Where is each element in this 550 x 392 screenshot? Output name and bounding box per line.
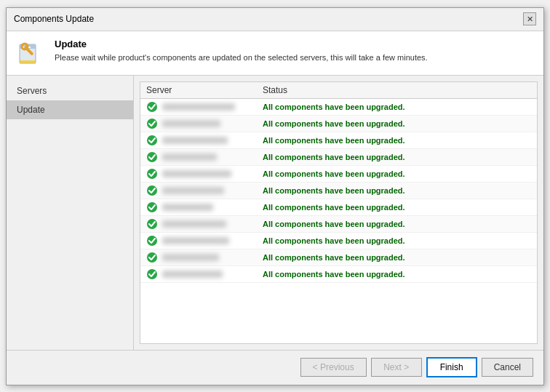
header-area: Update Please wait while product's compo…: [7, 31, 543, 76]
cell-status: All components have been upgraded.: [263, 136, 531, 145]
server-name-blurred: [162, 170, 231, 177]
cell-server: [146, 218, 263, 230]
cell-status: All components have been upgraded.: [263, 270, 531, 279]
previous-button[interactable]: < Previous: [300, 358, 367, 377]
table-row: All components have been upgraded.: [140, 149, 537, 166]
table-body[interactable]: All components have been upgraded. All c…: [140, 99, 537, 343]
cell-server: [146, 101, 263, 113]
server-name-blurred: [162, 204, 213, 211]
server-name-blurred: [162, 137, 228, 144]
sidebar-item-servers[interactable]: Servers: [7, 81, 133, 100]
next-button[interactable]: Next >: [371, 358, 422, 377]
header-title: Update: [55, 39, 428, 49]
cell-server: [146, 201, 263, 213]
table-row: All components have been upgraded.: [140, 99, 537, 116]
check-icon: [146, 235, 158, 247]
content-area: Servers Update Server Status All compone…: [7, 76, 543, 350]
server-name-blurred: [162, 153, 217, 161]
cell-server: [146, 235, 263, 247]
table-row: All components have been upgraded.: [140, 183, 537, 199]
server-name-blurred: [162, 103, 235, 111]
server-name-blurred: [162, 237, 229, 244]
check-icon: [146, 252, 158, 263]
column-server: Server: [146, 85, 263, 95]
cell-status: All components have been upgraded.: [263, 103, 531, 111]
check-icon: [146, 151, 158, 163]
cell-server: [146, 252, 263, 263]
cell-status: All components have been upgraded.: [263, 220, 531, 228]
sidebar: Servers Update: [7, 76, 134, 350]
server-name-blurred: [162, 254, 219, 261]
table-row: All components have been upgraded.: [140, 116, 537, 132]
cell-status: All components have been upgraded.: [263, 253, 531, 262]
cell-status: All components have been upgraded.: [263, 203, 531, 212]
components-update-dialog: Components Update ✕ Update: [6, 7, 544, 385]
server-name-blurred: [162, 187, 224, 194]
close-button[interactable]: ✕: [523, 12, 536, 25]
svg-rect-6: [20, 60, 36, 63]
server-name-blurred: [162, 271, 223, 278]
check-icon: [146, 101, 158, 113]
cell-server: [146, 151, 263, 163]
check-icon: [146, 118, 158, 129]
server-name-blurred: [162, 220, 226, 228]
table-row: All components have been upgraded.: [140, 166, 537, 183]
main-table: Server Status All components have been u…: [140, 81, 538, 344]
check-icon: [146, 185, 158, 196]
dialog-title: Components Update: [14, 14, 94, 24]
cell-server: [146, 135, 263, 146]
cancel-button[interactable]: Cancel: [482, 358, 533, 377]
cell-status: All components have been upgraded.: [263, 186, 531, 195]
check-icon: [146, 135, 158, 146]
table-row: All components have been upgraded.: [140, 199, 537, 216]
cell-server: [146, 168, 263, 180]
update-icon: [17, 39, 46, 68]
cell-server: [146, 118, 263, 129]
cell-status: All components have been upgraded.: [263, 236, 531, 245]
sidebar-item-update[interactable]: Update: [7, 100, 133, 119]
cell-status: All components have been upgraded.: [263, 153, 531, 161]
server-name-blurred: [162, 120, 220, 127]
cell-status: All components have been upgraded.: [263, 119, 531, 128]
check-icon: [146, 201, 158, 213]
cell-status: All components have been upgraded.: [263, 169, 531, 178]
finish-button[interactable]: Finish: [426, 357, 477, 377]
cell-server: [146, 185, 263, 196]
table-header: Server Status: [140, 82, 537, 99]
header-description: Please wait while product's components a…: [55, 52, 428, 63]
header-text: Update Please wait while product's compo…: [55, 39, 428, 63]
title-bar: Components Update ✕: [7, 8, 543, 31]
table-row: All components have been upgraded.: [140, 216, 537, 233]
check-icon: [146, 268, 158, 280]
table-row: All components have been upgraded.: [140, 249, 537, 266]
footer: < Previous Next > Finish Cancel: [7, 350, 543, 385]
column-status: Status: [263, 85, 531, 95]
table-row: All components have been upgraded.: [140, 233, 537, 249]
check-icon: [146, 168, 158, 180]
table-row: All components have been upgraded.: [140, 266, 537, 283]
cell-server: [146, 268, 263, 280]
check-icon: [146, 218, 158, 230]
table-row: All components have been upgraded.: [140, 132, 537, 149]
